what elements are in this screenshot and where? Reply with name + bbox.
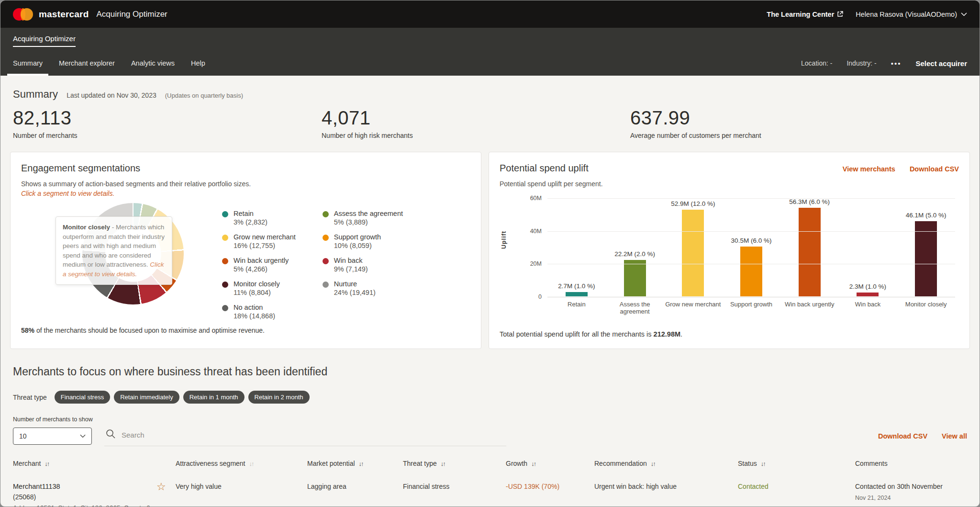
bar-monitor-closely[interactable] xyxy=(915,221,937,297)
engagement-panel-cta: Click a segment to view details. xyxy=(21,190,470,197)
gridline xyxy=(547,264,955,264)
app-window: mastercard Acquiring Optimizer The Learn… xyxy=(0,0,980,507)
legend-item-no-action[interactable]: No action18% (14,868) xyxy=(222,304,296,320)
bar-slot: 30.5M (6.0 %) xyxy=(722,198,780,296)
bar-assess-the-agreement[interactable] xyxy=(624,260,646,296)
nav-item-analytic-views[interactable]: Analytic views xyxy=(131,51,175,76)
nav-item-merchant-explorer[interactable]: Merchant explorer xyxy=(59,51,115,76)
engagement-panel-title: Engagement segmentations xyxy=(21,163,470,174)
legend-label: Win back xyxy=(334,257,368,264)
column-header-recommendation: Recommendation↓↑ xyxy=(594,460,738,467)
legend-label: Retain xyxy=(234,210,267,217)
chip-financial-stress[interactable]: Financial stress xyxy=(55,391,110,404)
legend-item-win-back-urgently[interactable]: Win back urgently5% (4,266) xyxy=(222,257,296,273)
legend-item-win-back[interactable]: Win back9% (7,149) xyxy=(323,257,403,273)
chip-retain-in-2-month[interactable]: Retain in 2 month xyxy=(248,391,310,404)
legend-text: Monitor closely11% (8,804) xyxy=(234,280,280,296)
legend-text: Win back urgently5% (4,266) xyxy=(234,257,289,273)
column-label: Comments xyxy=(855,460,888,467)
search-input[interactable] xyxy=(122,431,505,439)
legend-label: Nurture xyxy=(334,280,376,288)
search-icon xyxy=(105,428,116,441)
stat-label: Average number of customers per merchant xyxy=(630,132,967,139)
tab-acquiring-optimizer[interactable]: Acquiring Optimizer xyxy=(13,28,76,47)
uplift-panel-title: Potential spend uplift xyxy=(500,163,589,174)
chevron-down-icon xyxy=(961,12,967,16)
bar-retain[interactable] xyxy=(566,292,588,296)
bar-slot: 46.1M (5.0 %) xyxy=(897,198,955,296)
market-potential-cell: Lagging area xyxy=(307,482,403,492)
recommendation-cell: Urgent win back: high value xyxy=(594,482,738,492)
x-tick-label: Win back urgently xyxy=(780,301,839,315)
location-filter[interactable]: Location: - xyxy=(801,59,832,67)
table-download-csv-link[interactable]: Download CSV xyxy=(878,432,927,440)
legend-dot xyxy=(323,282,329,288)
uplift-panel-subtitle: Potential spend uplift per segment. xyxy=(500,180,959,188)
x-tick-label: Monitor closely xyxy=(897,301,955,315)
sort-icon[interactable]: ↓↑ xyxy=(531,460,535,467)
bar-support-growth[interactable] xyxy=(740,247,762,296)
uplift-download-csv-link[interactable]: Download CSV xyxy=(910,165,959,173)
star-icon[interactable]: ☆ xyxy=(156,481,166,493)
merchants-count-select[interactable]: 10 xyxy=(13,428,92,445)
column-header-growth: Growth↓↑ xyxy=(506,460,594,467)
merchant-cell: Merchant11138(25068)Address10521, State1… xyxy=(13,482,156,507)
gridline xyxy=(547,231,955,232)
column-label: Market potential xyxy=(307,460,355,467)
select-chevron-icon xyxy=(80,434,86,438)
table-row[interactable]: Merchant11138(25068)Address10521, State1… xyxy=(13,474,967,507)
legend-item-grow-new-merchant[interactable]: Grow new merchant16% (12,755) xyxy=(222,233,296,249)
legend-column: Retain3% (2,832)Grow new merchant16% (12… xyxy=(222,210,296,320)
y-tick-label: 20M xyxy=(530,260,542,267)
bar-slot: 52.9M (12.0 %) xyxy=(664,198,722,296)
sort-icon[interactable]: ↓↑ xyxy=(249,460,254,467)
page-title: Summary xyxy=(13,88,58,101)
legend-item-assess-the-agreement[interactable]: Assess the agreement5% (3,889) xyxy=(323,210,403,226)
select-acquirer-button[interactable]: Select acquirer xyxy=(915,59,967,68)
sort-icon[interactable]: ↓↑ xyxy=(45,460,49,467)
column-header-attractiveness-segment: Attractiveness segment↓↑ xyxy=(176,460,307,467)
segmentation-legend: Retain3% (2,832)Grow new merchant16% (12… xyxy=(222,210,403,320)
stat-block: 637.99Average number of customers per me… xyxy=(630,107,967,139)
stat-value: 82,113 xyxy=(13,107,322,129)
legend-item-nurture[interactable]: Nurture24% (19,491) xyxy=(323,280,403,296)
column-label: Merchant xyxy=(13,460,41,467)
sort-icon[interactable]: ↓↑ xyxy=(359,460,363,467)
nav-item-summary[interactable]: Summary xyxy=(13,51,43,76)
legend-label: Monitor closely xyxy=(234,280,280,288)
attractiveness-cell: Very high value xyxy=(176,482,307,492)
x-axis-labels: RetainAssess the agreementGrow new merch… xyxy=(547,301,955,315)
column-header-market-potential: Market potential↓↑ xyxy=(307,460,403,467)
sort-icon[interactable]: ↓↑ xyxy=(761,460,765,467)
bar-grow-new-merchant[interactable] xyxy=(682,210,704,296)
legend-value: 16% (12,755) xyxy=(234,242,296,249)
industry-filter[interactable]: Industry: - xyxy=(846,59,876,67)
chip-retain-in-1-month[interactable]: Retain in 1 month xyxy=(183,391,245,404)
legend-text: Retain3% (2,832) xyxy=(234,210,267,226)
stat-value: 637.99 xyxy=(630,107,967,129)
bar-win-back-urgently[interactable] xyxy=(799,208,821,296)
legend-item-support-growth[interactable]: Support growth10% (8,059) xyxy=(323,233,403,249)
legend-item-retain[interactable]: Retain3% (2,832) xyxy=(222,210,296,226)
learning-center-link[interactable]: The Learning Center xyxy=(767,11,843,18)
view-merchants-link[interactable]: View merchants xyxy=(843,165,895,173)
legend-item-monitor-closely[interactable]: Monitor closely11% (8,804) xyxy=(222,280,296,296)
summary-stats: 82,113Number of merchants4,071Number of … xyxy=(10,101,970,139)
engagement-segmentations-panel: Engagement segmentations Shows a summary… xyxy=(10,152,481,349)
chip-retain-immediately[interactable]: Retain immediately xyxy=(114,391,179,404)
merchants-table: Merchant↓↑Attractiveness segment↓↑Market… xyxy=(10,455,970,507)
nav-item-help[interactable]: Help xyxy=(191,51,205,76)
sort-icon[interactable]: ↓↑ xyxy=(441,460,445,467)
bar-win-back[interactable] xyxy=(857,293,879,296)
growth-cell: -USD 139K (70%) xyxy=(506,482,594,492)
legend-text: Win back9% (7,149) xyxy=(334,257,368,273)
view-all-link[interactable]: View all xyxy=(942,432,967,440)
legend-text: Nurture24% (19,491) xyxy=(334,280,376,296)
legend-text: No action18% (14,868) xyxy=(234,304,275,320)
more-options-icon[interactable]: ••• xyxy=(891,59,902,68)
user-menu[interactable]: Helena Rasova (VisualAODemo) xyxy=(856,11,967,18)
sort-icon[interactable]: ↓↑ xyxy=(651,460,655,467)
comments-cell: Contacted on 30th NovemberNov 21, 2024 xyxy=(855,482,967,503)
column-label: Status xyxy=(738,460,757,467)
top-bar: mastercard Acquiring Optimizer The Learn… xyxy=(0,0,980,28)
